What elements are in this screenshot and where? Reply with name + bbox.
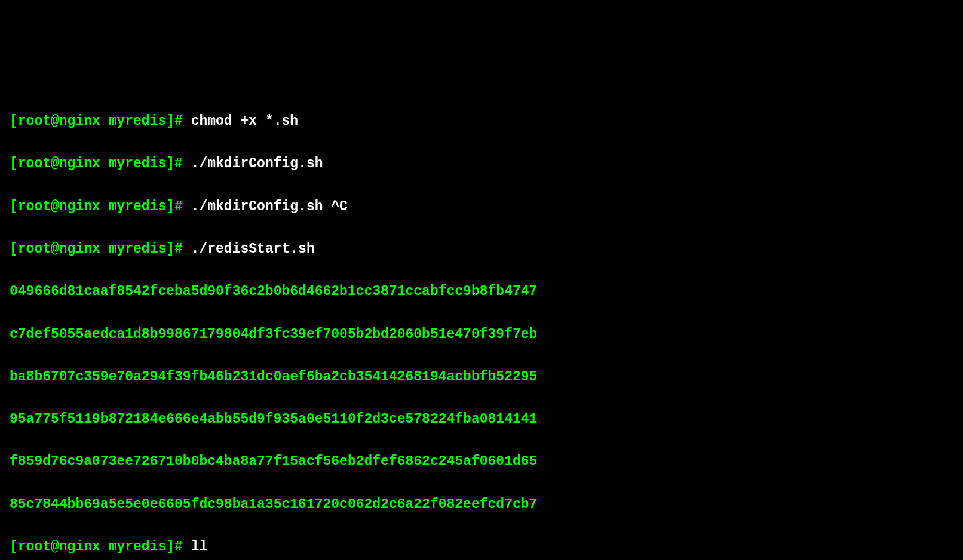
- terminal-output[interactable]: [root@nginx myredis]# chmod +x *.sh [roo…: [10, 90, 953, 560]
- hash-output: ba8b6707c359e70a294f39fb46b231dc0aef6ba2…: [10, 367, 953, 388]
- hash-output: 85c7844bb69a5e5e0e6605fdc98ba1a35c161720…: [10, 494, 953, 516]
- command-line: [root@nginx myredis]# ./redisStart.sh: [10, 239, 953, 260]
- shell-prompt: [root@nginx myredis]#: [10, 241, 191, 257]
- command-text: ll: [191, 539, 208, 555]
- shell-prompt: [root@nginx myredis]#: [10, 113, 191, 129]
- command-text: chmod +x *.sh: [191, 113, 298, 129]
- command-text: ./mkdirConfig.sh ^C: [191, 199, 348, 214]
- command-line: [root@nginx myredis]# ./mkdirConfig.sh: [10, 153, 953, 175]
- hash-output: 049666d81caaf8542fceba5d90f36c2b0b6d4662…: [10, 281, 953, 303]
- command-line: [root@nginx myredis]# ./mkdirConfig.sh ^…: [10, 196, 953, 218]
- command-line: [root@nginx myredis]# ll: [10, 537, 953, 558]
- shell-prompt: [root@nginx myredis]#: [10, 199, 191, 214]
- shell-prompt: [root@nginx myredis]#: [10, 539, 191, 555]
- hash-output: 95a775f5119b872184e666e4abb55d9f935a0e51…: [10, 409, 953, 430]
- shell-prompt: [root@nginx myredis]#: [10, 156, 191, 171]
- hash-output: c7def5055aedca1d8b99867179804df3fc39ef70…: [10, 324, 953, 346]
- command-text: ./mkdirConfig.sh: [191, 156, 323, 171]
- command-text: ./redisStart.sh: [191, 241, 315, 257]
- command-line: [root@nginx myredis]# chmod +x *.sh: [10, 111, 953, 133]
- hash-output: f859d76c9a073ee726710b0bc4ba8a77f15acf56…: [10, 451, 953, 473]
